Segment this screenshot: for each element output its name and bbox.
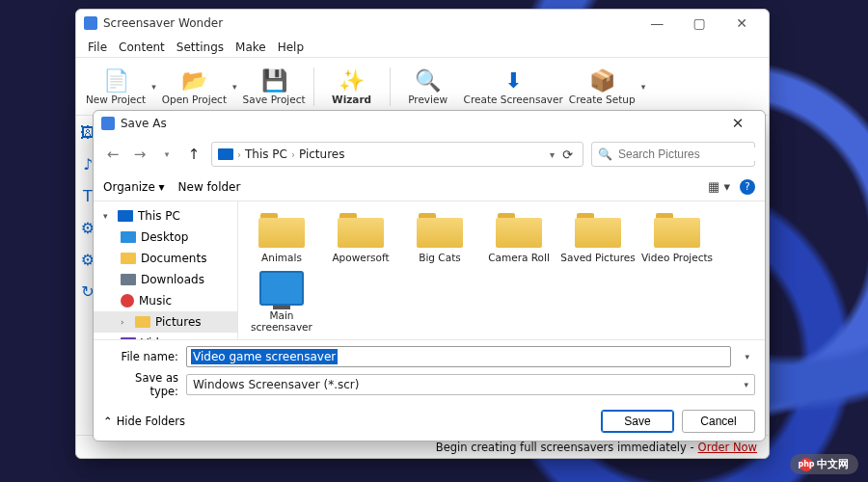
create-screensaver-icon: ⬇ xyxy=(504,68,522,94)
chevron-right-icon: › xyxy=(291,149,295,160)
savetype-select[interactable]: Windows Screensaver (*.scr) ▾ xyxy=(186,374,755,395)
chevron-down-icon[interactable]: ▾ xyxy=(151,82,156,92)
cancel-button[interactable]: Cancel xyxy=(682,410,755,433)
nav-up-button[interactable]: ↑ xyxy=(184,145,203,164)
dialog-title: Save As xyxy=(121,117,167,130)
music-icon xyxy=(121,294,134,308)
menu-settings[interactable]: Settings xyxy=(173,40,228,54)
chevron-down-icon: ▾ xyxy=(744,380,748,389)
dialog-footer: File name: Video game screensaver ▾ Save… xyxy=(94,339,765,404)
create-setup-icon: 📦 xyxy=(589,68,615,94)
app-title: Screensaver Wonder xyxy=(103,16,223,30)
breadcrumb-this-pc[interactable]: This PC xyxy=(245,147,287,161)
tree-music[interactable]: Music xyxy=(94,290,237,311)
folder-view[interactable]: Animals Apowersoft Big Cats Camera Roll … xyxy=(238,201,765,339)
save-button[interactable]: Save xyxy=(601,410,674,433)
chevron-right-icon: › xyxy=(237,149,241,160)
wizard-icon: ✨ xyxy=(339,68,365,94)
chevron-down-icon[interactable]: ▾ xyxy=(550,149,555,160)
menubar: File Content Settings Make Help xyxy=(76,37,769,58)
search-box[interactable]: 🔍 xyxy=(591,142,755,167)
folder-animals[interactable]: Animals xyxy=(242,211,321,263)
view-options-button[interactable]: ▦ ▾ xyxy=(708,179,730,194)
breadcrumb-pictures[interactable]: Pictures xyxy=(299,147,345,161)
watermark: php 中文网 xyxy=(790,454,858,474)
create-setup-button[interactable]: 📦 Create Setup xyxy=(569,62,636,112)
folder-big-cats[interactable]: Big Cats xyxy=(400,211,479,263)
chevron-down-icon[interactable]: ▾ xyxy=(739,352,755,362)
nav-forward-button[interactable]: → xyxy=(130,145,149,164)
menu-help[interactable]: Help xyxy=(274,40,308,54)
menu-content[interactable]: Content xyxy=(115,40,169,54)
folder-icon xyxy=(654,211,700,248)
open-project-button[interactable]: 📂 Open Project xyxy=(162,62,227,112)
folder-tree: ▾ This PC Desktop Documents Downloads Mu… xyxy=(94,201,238,339)
tree-desktop[interactable]: Desktop xyxy=(94,227,237,248)
wizard-label: Wizard xyxy=(332,94,371,105)
chevron-down-icon[interactable]: ▾ xyxy=(157,145,176,164)
dialog-titlebar: Save As ✕ xyxy=(94,111,765,136)
pc-icon xyxy=(218,148,233,160)
close-button[interactable]: ✕ xyxy=(722,15,761,31)
tree-downloads[interactable]: Downloads xyxy=(94,269,237,290)
savetype-value: Windows Screensaver (*.scr) xyxy=(193,378,359,391)
preview-icon: 🔍 xyxy=(415,68,441,94)
status-text: Begin creating full screensavers immedia… xyxy=(436,441,694,454)
open-project-label: Open Project xyxy=(162,94,227,105)
create-screensaver-button[interactable]: ⬇ Create Screensaver xyxy=(464,62,563,112)
folder-saved-pictures[interactable]: Saved Pictures xyxy=(558,211,637,263)
php-logo-icon: php xyxy=(800,458,813,471)
tree-videos[interactable]: Videos xyxy=(94,333,237,339)
chevron-down-icon[interactable]: ▾ xyxy=(232,82,237,92)
folder-camera-roll[interactable]: Camera Roll xyxy=(479,211,558,263)
minimize-button[interactable]: — xyxy=(637,15,676,31)
organize-button[interactable]: Organize ▾ xyxy=(103,180,165,194)
preview-button[interactable]: 🔍 Preview xyxy=(398,62,458,112)
tree-this-pc[interactable]: ▾ This PC xyxy=(94,205,237,227)
dialog-toolbar: Organize ▾ New folder ▦ ▾ ? xyxy=(94,173,765,201)
sidebar-text-icon[interactable]: T xyxy=(83,187,93,205)
hide-folders-toggle[interactable]: ⌃ Hide Folders xyxy=(103,415,185,428)
chevron-down-icon[interactable]: ▾ xyxy=(641,82,646,92)
sidebar-music-icon[interactable]: ♪ xyxy=(83,155,93,174)
watermark-text: 中文网 xyxy=(817,457,849,471)
folder-icon xyxy=(258,211,305,248)
save-project-icon: 💾 xyxy=(261,68,287,94)
refresh-button[interactable]: ⟳ xyxy=(558,147,577,162)
save-project-button[interactable]: 💾 Save Project xyxy=(243,62,306,112)
save-project-label: Save Project xyxy=(243,94,306,105)
folder-video-projects[interactable]: Video Projects xyxy=(637,211,717,263)
create-setup-label: Create Setup xyxy=(569,94,636,105)
new-project-button[interactable]: 📄 New Project xyxy=(86,62,146,112)
new-project-label: New Project xyxy=(86,94,146,105)
filename-value: Video game screensaver xyxy=(191,349,338,364)
save-as-dialog: Save As ✕ ← → ▾ ↑ › This PC › Pictures ▾… xyxy=(93,110,766,442)
menu-file[interactable]: File xyxy=(84,40,111,54)
filename-input[interactable]: Video game screensaver xyxy=(186,346,731,367)
folder-icon xyxy=(121,253,136,264)
pc-icon xyxy=(118,210,133,222)
menu-make[interactable]: Make xyxy=(231,40,270,54)
file-main-screensaver[interactable]: Main screensaver xyxy=(242,271,321,333)
folder-icon xyxy=(575,211,621,248)
new-folder-button[interactable]: New folder xyxy=(178,180,241,194)
chevron-down-icon[interactable]: ▾ xyxy=(103,211,113,221)
tree-pictures[interactable]: › Pictures xyxy=(94,311,237,333)
maximize-button[interactable]: ▢ xyxy=(680,15,719,31)
toolbar: 📄 New Project ▾ 📂 Open Project ▾ 💾 Save … xyxy=(76,58,769,116)
app-icon xyxy=(84,16,97,30)
wizard-button[interactable]: ✨ Wizard xyxy=(322,62,382,112)
dialog-close-button[interactable]: ✕ xyxy=(719,115,757,132)
search-input[interactable] xyxy=(618,147,763,161)
separator xyxy=(313,67,314,106)
chevron-right-icon[interactable]: › xyxy=(121,317,130,327)
open-project-icon: 📂 xyxy=(181,68,207,94)
tree-documents[interactable]: Documents xyxy=(94,248,237,269)
help-button[interactable]: ? xyxy=(740,179,755,195)
savetype-label: Save as type: xyxy=(103,371,178,398)
preview-label: Preview xyxy=(408,94,448,105)
breadcrumb[interactable]: › This PC › Pictures ▾ ⟳ xyxy=(211,142,583,167)
folder-apowersoft[interactable]: Apowersoft xyxy=(321,211,400,263)
nav-back-button[interactable]: ← xyxy=(103,145,122,164)
order-now-link[interactable]: Order Now xyxy=(698,441,757,454)
